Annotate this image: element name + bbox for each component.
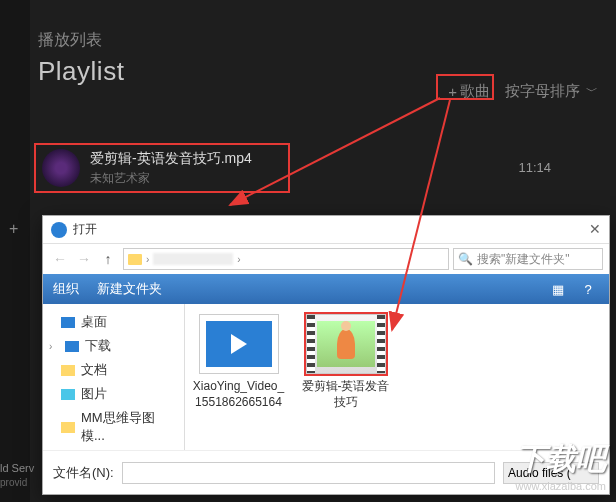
folder-icon: [61, 389, 75, 400]
nav-up-button[interactable]: ↑: [97, 248, 119, 270]
sidebar-item[interactable]: 文档: [47, 358, 180, 382]
nav-forward-button: →: [73, 248, 95, 270]
sort-label: 按字母排序: [505, 82, 580, 101]
path-bar[interactable]: › ›: [123, 248, 449, 270]
left-text-1: ld Serv: [0, 462, 34, 474]
sidebar-item[interactable]: 桌面: [47, 310, 180, 334]
file-item[interactable]: XiaoYing_Video_15518626651​64: [191, 314, 286, 440]
track-artist: 未知艺术家: [90, 170, 252, 187]
track-title: 爱剪辑-英语发音技巧.mp4: [90, 150, 252, 168]
new-folder-button[interactable]: 新建文件夹: [97, 280, 162, 298]
file-label: 爱剪辑-英语发音技巧: [298, 379, 393, 410]
search-placeholder: 搜索"新建文件夹": [477, 251, 570, 268]
track-art-icon: [42, 149, 80, 187]
file-list: XiaoYing_Video_15518626651​64爱剪辑-英语发音技巧: [185, 304, 609, 450]
dialog-title: 打开: [73, 221, 97, 238]
sidebar-item[interactable]: 图片: [47, 382, 180, 406]
folder-icon: [61, 365, 75, 376]
sidebar-item[interactable]: MM思维导图模...: [47, 406, 180, 448]
playlist-track[interactable]: 爱剪辑-英语发音技巧.mp4 未知艺术家: [34, 143, 290, 193]
sidebar-item-label: 下载: [85, 337, 111, 355]
filename-input[interactable]: [122, 462, 495, 484]
sidebar-item-label: 图片: [81, 385, 107, 403]
path-segment: [153, 253, 233, 265]
sidebar-item-label: 文档: [81, 361, 107, 379]
chevron-right-icon: ›: [146, 254, 149, 265]
sidebar-item[interactable]: ›下载: [47, 334, 180, 358]
chevron-right-icon: ›: [237, 254, 240, 265]
sidebar-item[interactable]: 盲图: [47, 448, 180, 450]
file-item[interactable]: 爱剪辑-英语发音技巧: [298, 314, 393, 440]
chevron-icon: ›: [49, 341, 59, 352]
app-icon: [51, 222, 67, 238]
close-icon[interactable]: ✕: [589, 221, 601, 237]
folder-icon: [61, 317, 75, 328]
highlight-add-song: [436, 74, 494, 100]
track-duration: 11:14: [518, 160, 551, 175]
watermark: 下载吧 www.xiazaiba.com: [516, 439, 606, 492]
sidebar-item-label: 桌面: [81, 313, 107, 331]
left-text-2: provid: [0, 477, 27, 488]
watermark-text: 下载吧: [516, 439, 606, 480]
search-icon: 🔍: [458, 252, 473, 266]
view-icon[interactable]: ▦: [547, 281, 569, 297]
sidebar-item-label: MM思维导图模...: [81, 409, 178, 445]
playlist-label-cn: 播放列表: [38, 30, 616, 51]
help-icon[interactable]: ?: [577, 281, 599, 297]
add-icon[interactable]: +: [9, 220, 18, 238]
chevron-down-icon: ﹀: [586, 83, 598, 100]
file-thumb: [199, 314, 279, 374]
folder-icon: [61, 422, 75, 433]
folder-icon: [128, 254, 142, 265]
nav-back-button[interactable]: ←: [49, 248, 71, 270]
folder-icon: [65, 341, 79, 352]
dialog-sidebar: 桌面›下载文档图片MM思维导图模...盲图: [43, 304, 185, 450]
sort-button[interactable]: 按字母排序 ﹀: [505, 82, 598, 101]
file-label: XiaoYing_Video_15518626651​64: [191, 379, 286, 410]
watermark-url: www.xiazaiba.com: [516, 480, 606, 492]
organize-button[interactable]: 组织: [53, 280, 79, 298]
filename-label: 文件名(N):: [53, 464, 114, 482]
search-input[interactable]: 🔍 搜索"新建文件夹": [453, 248, 603, 270]
file-thumb: [306, 314, 386, 374]
